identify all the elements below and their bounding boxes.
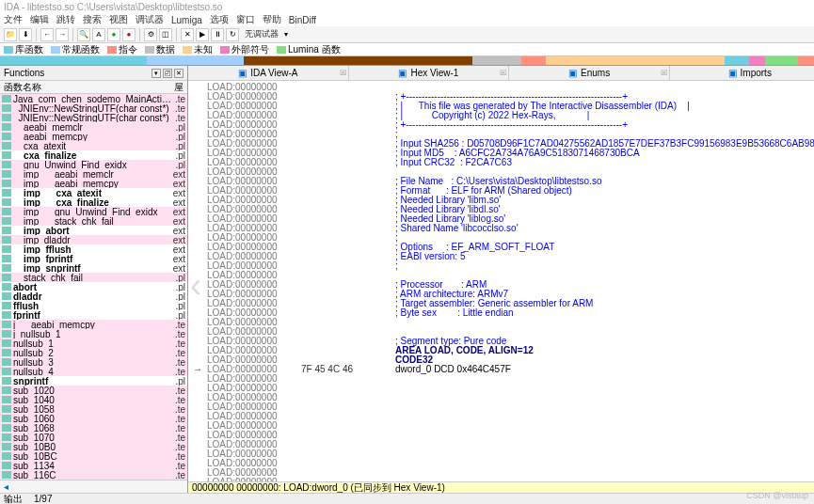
nav-prev-icon[interactable]: ‹ [190, 281, 201, 291]
disasm-line[interactable]: LOAD:00000000; +------------------------… [188, 120, 814, 130]
stop-icon[interactable]: ● [122, 28, 136, 41]
menu-item[interactable]: Lumiga [171, 15, 202, 25]
panel-pin-icon[interactable]: ◰ [163, 69, 172, 78]
disasm-line[interactable]: →LOAD:000000007F 45 4C 46dword_0 DCD 0x4… [188, 365, 814, 374]
save-icon[interactable]: ⬇ [19, 28, 32, 41]
disasm-line[interactable]: LOAD:00000000; LOAD:000002A0↓o [188, 459, 814, 468]
function-row[interactable]: nullsub_2.te [0, 348, 187, 357]
disasm-line[interactable]: LOAD:00000000; LOAD:00000230↓o [188, 402, 814, 412]
functions-list[interactable]: Java_com_chen_sodemo_MainActivity_getStr… [0, 94, 187, 480]
tab-close-icon[interactable]: ☒ [661, 69, 667, 77]
disasm-line[interactable]: LOAD:00000000; Needed Library 'libm.so' [188, 196, 814, 205]
function-row[interactable]: __cxa_atexit.pl [0, 141, 187, 150]
function-row[interactable]: __imp_fprintfext [0, 254, 187, 263]
function-row[interactable]: _JNIEnv::NewStringUTF(char const*).te [0, 113, 187, 122]
disasm-line[interactable]: LOAD:00000000; LOAD:00000298↓o [188, 449, 814, 459]
nav-icon[interactable]: ◫ [159, 28, 172, 41]
menu-item[interactable]: 窗口 [236, 13, 255, 26]
disassembly-view[interactable]: ‹ › LOAD:00000000LOAD:00000000; +-------… [188, 81, 814, 481]
function-row[interactable]: __aeabi_memcpy.pl [0, 132, 187, 141]
view-tab[interactable]: ▣IDA View-A☒ [188, 66, 349, 80]
function-row[interactable]: __imp_fflushext [0, 244, 187, 254]
disasm-line[interactable]: LOAD:00000000; Options : EF_ARM_SOFT_FLO… [188, 243, 814, 252]
disasm-line[interactable]: LOAD:00000000; Format : ELF for ARM (Sha… [188, 186, 814, 196]
function-row[interactable]: nullsub_3.te [0, 357, 187, 367]
disasm-line[interactable]: LOAD:00000000; LOAD:00000218↓o [188, 393, 814, 402]
disasm-line[interactable]: LOAD:00000000 [188, 318, 814, 327]
disasm-line[interactable]: LOAD:00000000; LOAD:00000270↓o [188, 431, 814, 440]
view-tab[interactable]: ▣Imports☒ [670, 66, 814, 80]
reload-icon[interactable]: ↻ [226, 28, 239, 41]
disasm-line[interactable]: LOAD:00000000; EABI version: 5 [188, 252, 814, 261]
function-row[interactable]: j_nullsub_1.te [0, 329, 187, 339]
disasm-line[interactable]: LOAD:00000000; DATA XREF: LOAD:00000200↓… [188, 374, 814, 384]
tab-close-icon[interactable]: ☒ [340, 69, 346, 77]
menu-item[interactable]: 搜索 [83, 13, 102, 26]
menu-item[interactable]: 文件 [4, 13, 23, 26]
function-row[interactable]: sub_10B0.te [0, 442, 187, 451]
disasm-line[interactable]: LOAD:00000000; LOAD:000002A8↓o [188, 468, 814, 478]
function-row[interactable]: __cxa_finalize.pl [0, 150, 187, 160]
function-row[interactable]: sub_1020.te [0, 386, 187, 395]
text-icon[interactable]: A [92, 28, 105, 41]
function-row[interactable]: __aeabi_memclr.pl [0, 122, 187, 132]
disasm-line[interactable]: LOAD:00000000; LOAD:00000210↓o [188, 384, 814, 393]
disasm-line[interactable]: LOAD:00000000; LOAD:00000250↓o [188, 412, 814, 421]
function-row[interactable]: Java_com_chen_sodemo_MainActivity_getStr… [0, 94, 187, 103]
menu-item[interactable]: 视图 [109, 13, 128, 26]
menu-item[interactable]: 调试器 [136, 13, 164, 26]
function-row[interactable]: __gnu_Unwind_Find_exidx.pl [0, 160, 187, 169]
chevron-down-icon[interactable]: ▾ [284, 30, 288, 39]
disasm-line[interactable]: LOAD:00000000; Shared Name 'libcocclso.s… [188, 224, 814, 233]
function-row[interactable]: j___aeabi_memcpy.te [0, 320, 187, 329]
panel-close-icon[interactable]: ✕ [174, 69, 184, 78]
open-icon[interactable]: 📁 [4, 28, 17, 41]
function-row[interactable]: snprintf.pl [0, 376, 187, 386]
disasm-line[interactable]: LOAD:00000000; Byte sex : Little endian [188, 308, 814, 318]
fwd-icon[interactable]: → [56, 28, 69, 41]
function-row[interactable]: nullsub_1.te [0, 339, 187, 348]
disasm-line[interactable]: LOAD:00000000; LOAD:00000258↓o [188, 421, 814, 431]
function-row[interactable]: sub_1134.te [0, 461, 187, 470]
menu-item[interactable]: 跳转 [56, 13, 75, 26]
function-row[interactable]: sub_1070.te [0, 433, 187, 442]
func-header[interactable]: 函数名称 屋 [0, 81, 187, 94]
function-row[interactable]: sub_1060.te [0, 414, 187, 423]
back-icon[interactable]: ← [40, 28, 54, 41]
function-row[interactable]: sub_10BC.te [0, 451, 187, 461]
function-row[interactable]: __imp_snprintfext [0, 263, 187, 273]
function-row[interactable]: __imp_abortext [0, 226, 187, 235]
disasm-line[interactable]: LOAD:00000000 [188, 271, 814, 280]
view-tab[interactable]: ▣Hex View-1☒ [349, 66, 510, 80]
panel-menu-icon[interactable]: ▾ [152, 69, 161, 78]
disasm-line[interactable]: LOAD:00000000; LOAD:00000290↓o [188, 440, 814, 449]
menu-item[interactable]: 编辑 [30, 13, 49, 26]
menu-item[interactable]: 选项 [210, 13, 229, 26]
cross-icon[interactable]: ✕ [181, 28, 194, 41]
function-row[interactable]: __imp___cxa_finalizeext [0, 197, 187, 207]
segment-bar[interactable] [0, 56, 814, 66]
function-row[interactable]: sub_1068.te [0, 423, 187, 433]
tab-close-icon[interactable]: ☒ [500, 69, 506, 77]
search-icon[interactable]: 🔍 [77, 28, 90, 41]
function-row[interactable]: fprintf.pl [0, 310, 187, 320]
cfg-icon[interactable]: ⚙ [144, 28, 157, 41]
header-menu-icon[interactable]: 屋 [174, 81, 184, 94]
function-row[interactable]: sub_1058.te [0, 404, 187, 414]
function-row[interactable]: __imp___stack_chk_failext [0, 216, 187, 226]
function-row[interactable]: _JNIEnv::NewStringUTF(char const*).te [0, 103, 187, 113]
function-row[interactable]: sub_1040.te [0, 395, 187, 404]
menu-item[interactable]: 帮助 [263, 13, 281, 26]
menu-item[interactable]: BinDiff [289, 15, 316, 25]
function-row[interactable]: __imp___aeabi_memcpyext [0, 179, 187, 188]
play-icon[interactable]: ● [107, 28, 120, 41]
function-row[interactable]: __stack_chk_fail.pl [0, 273, 187, 282]
function-row[interactable]: sub_116C.te [0, 470, 187, 480]
function-row[interactable]: fflush.pl [0, 301, 187, 310]
disasm-line[interactable]: LOAD:00000000; LOAD:000002D0↓o [188, 478, 814, 481]
disasm-line[interactable]: LOAD:00000000; [188, 261, 814, 271]
panel-tab[interactable]: Functions ▾ ◰ ✕ [0, 66, 187, 81]
function-row[interactable]: __imp___aeabi_memclrext [0, 169, 187, 179]
function-row[interactable]: nullsub_4.te [0, 367, 187, 376]
pause-icon[interactable]: ⏸ [211, 28, 224, 41]
